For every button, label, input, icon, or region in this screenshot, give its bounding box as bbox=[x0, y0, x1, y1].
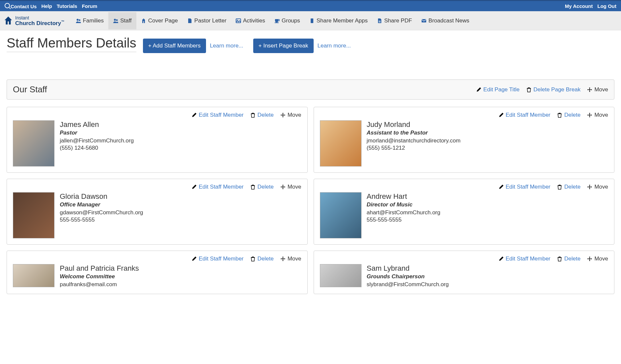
move-staff-handle[interactable]: Move bbox=[587, 256, 608, 262]
nav-label: Cover Page bbox=[148, 17, 178, 24]
move-staff-handle[interactable]: Move bbox=[280, 184, 301, 190]
nav-label: Families bbox=[83, 17, 104, 24]
trash-icon bbox=[557, 184, 562, 190]
staff-card: Edit Staff Member Delete Move Paul and P… bbox=[7, 251, 308, 294]
staff-card: Edit Staff Member Delete Move Gloria Daw… bbox=[7, 179, 308, 245]
avatar bbox=[320, 264, 362, 287]
users-icon bbox=[113, 18, 118, 23]
move-staff-handle[interactable]: Move bbox=[587, 112, 608, 118]
add-staff-button[interactable]: + Add Staff Members bbox=[143, 39, 206, 53]
staff-card: Edit Staff Member Delete Move James Alle… bbox=[7, 107, 308, 173]
move-icon bbox=[280, 256, 286, 261]
my-account-link[interactable]: My Account bbox=[565, 3, 593, 9]
nav-label: Staff bbox=[120, 17, 132, 24]
church-icon bbox=[141, 18, 146, 23]
staff-role: Office Manager bbox=[60, 201, 143, 208]
page-title: Staff Members Details bbox=[7, 36, 136, 52]
learn-more-break[interactable]: Learn more... bbox=[318, 43, 351, 49]
learn-more-add[interactable]: Learn more... bbox=[210, 43, 243, 49]
nav-label: Activities bbox=[243, 17, 265, 24]
move-icon bbox=[587, 112, 592, 118]
logo[interactable]: Instant Church Directory™ bbox=[3, 15, 64, 26]
help-link[interactable]: Help bbox=[41, 3, 52, 9]
nav-families[interactable]: Families bbox=[71, 12, 108, 29]
avatar bbox=[320, 192, 362, 238]
pdf-icon bbox=[377, 18, 382, 23]
delete-staff-link[interactable]: Delete bbox=[250, 112, 274, 118]
edit-staff-link[interactable]: Edit Staff Member bbox=[191, 256, 244, 262]
avatar bbox=[13, 120, 54, 167]
move-icon bbox=[280, 112, 286, 118]
move-section-handle[interactable]: Move bbox=[587, 86, 608, 93]
pencil-icon bbox=[499, 256, 504, 261]
section-title: Our Staff bbox=[13, 84, 47, 95]
staff-email: slybrand@FirstCommChurch.org bbox=[367, 281, 449, 288]
nav-pastor-letter[interactable]: Pastor Letter bbox=[183, 12, 231, 29]
delete-staff-link[interactable]: Delete bbox=[557, 112, 580, 118]
nav-staff[interactable]: Staff bbox=[108, 12, 136, 29]
logo-icon bbox=[3, 16, 13, 26]
trash-icon bbox=[557, 112, 562, 118]
main-nav: Instant Church Directory™ FamiliesStaffC… bbox=[0, 11, 621, 30]
contact-us-link[interactable]: Contact Us bbox=[5, 3, 37, 9]
staff-name: Gloria Dawson bbox=[60, 192, 143, 201]
edit-staff-link[interactable]: Edit Staff Member bbox=[499, 112, 551, 118]
tutorials-link[interactable]: Tutorials bbox=[57, 3, 77, 9]
page-header: Staff Members Details + Add Staff Member… bbox=[7, 36, 614, 53]
move-icon bbox=[587, 256, 592, 261]
forum-link[interactable]: Forum bbox=[82, 3, 97, 9]
staff-phone: (555) 555-1212 bbox=[367, 145, 461, 151]
trash-icon bbox=[526, 87, 532, 92]
nav-label: Groups bbox=[282, 17, 300, 24]
pencil-icon bbox=[499, 112, 504, 118]
users-icon bbox=[76, 18, 81, 23]
edit-staff-link[interactable]: Edit Staff Member bbox=[191, 184, 244, 190]
staff-name: Sam Lybrand bbox=[367, 264, 449, 273]
staff-name: Paul and Patricia Franks bbox=[60, 264, 139, 273]
nav-share-pdf[interactable]: Share PDF bbox=[372, 12, 417, 29]
edit-staff-link[interactable]: Edit Staff Member bbox=[499, 256, 551, 262]
staff-role: Director of Music bbox=[367, 201, 440, 208]
nav-groups[interactable]: Groups bbox=[270, 12, 305, 29]
nav-label: Pastor Letter bbox=[194, 17, 226, 24]
section-bar: Our Staff Edit Page Title Delete Page Br… bbox=[7, 79, 614, 100]
insert-page-break-button[interactable]: + Insert Page Break bbox=[253, 39, 314, 53]
delete-page-break-link[interactable]: Delete Page Break bbox=[526, 86, 581, 93]
staff-role: Welcome Committee bbox=[60, 273, 139, 280]
staff-name: Judy Morland bbox=[367, 120, 461, 129]
staff-card: Edit Staff Member Delete Move Andrew Har… bbox=[314, 179, 615, 245]
nav-cover-page[interactable]: Cover Page bbox=[136, 12, 183, 29]
edit-page-title-link[interactable]: Edit Page Title bbox=[476, 86, 520, 93]
edit-staff-link[interactable]: Edit Staff Member bbox=[499, 184, 551, 190]
trash-icon bbox=[250, 184, 256, 190]
delete-staff-link[interactable]: Delete bbox=[557, 256, 580, 262]
trash-icon bbox=[557, 256, 562, 261]
move-staff-handle[interactable]: Move bbox=[280, 256, 301, 262]
staff-role: Assistant to the Pastor bbox=[367, 130, 461, 136]
nav-broadcast-news[interactable]: Broadcast News bbox=[417, 12, 474, 29]
edit-staff-link[interactable]: Edit Staff Member bbox=[191, 112, 244, 118]
nav-activities[interactable]: Activities bbox=[231, 12, 270, 29]
nav-share-member-apps[interactable]: Share Member Apps bbox=[305, 12, 372, 29]
staff-name: James Allen bbox=[60, 120, 134, 129]
staff-name: Andrew Hart bbox=[367, 192, 440, 201]
staff-email: paulfranks@email.com bbox=[60, 281, 139, 288]
pencil-icon bbox=[191, 184, 197, 190]
trash-icon bbox=[250, 256, 256, 261]
staff-card: Edit Staff Member Delete Move Sam Lybran… bbox=[314, 251, 615, 294]
delete-staff-link[interactable]: Delete bbox=[557, 184, 580, 190]
move-staff-handle[interactable]: Move bbox=[280, 112, 301, 118]
search-icon bbox=[5, 3, 10, 8]
staff-email: ahart@FirstCommChurch.org bbox=[367, 209, 440, 216]
nav-label: Share Member Apps bbox=[317, 17, 368, 24]
move-icon bbox=[587, 184, 592, 190]
avatar bbox=[320, 120, 362, 167]
delete-staff-link[interactable]: Delete bbox=[250, 184, 274, 190]
delete-staff-link[interactable]: Delete bbox=[250, 256, 274, 262]
staff-phone: (555) 124-5680 bbox=[60, 145, 134, 151]
move-staff-handle[interactable]: Move bbox=[587, 184, 608, 190]
pencil-icon bbox=[476, 87, 481, 92]
log-out-link[interactable]: Log Out bbox=[598, 3, 616, 9]
move-icon bbox=[587, 87, 592, 92]
logo-line2: Church Directory™ bbox=[15, 20, 64, 26]
